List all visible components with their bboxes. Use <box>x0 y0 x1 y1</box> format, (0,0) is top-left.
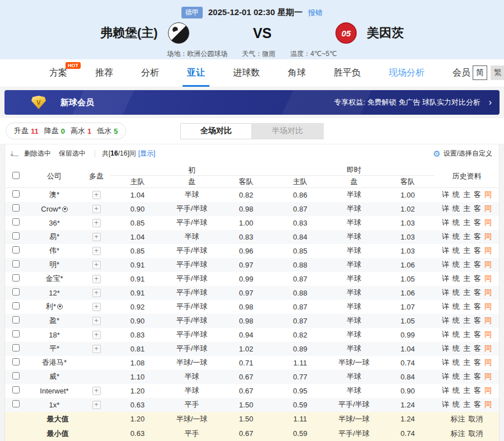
history-link-统[interactable]: 统 <box>452 358 460 367</box>
row-checkbox[interactable] <box>12 218 20 226</box>
history-link-详[interactable]: 详 <box>442 288 449 297</box>
history-link-主[interactable]: 主 <box>463 316 470 325</box>
nav-tab-方案[interactable]: 方案HOT <box>49 59 67 87</box>
history-link-客[interactable]: 客 <box>474 400 481 409</box>
history-link-同[interactable]: 同 <box>484 232 492 241</box>
history-link-同[interactable]: 同 <box>484 218 492 227</box>
history-link-详[interactable]: 详 <box>442 358 449 367</box>
history-link-主[interactable]: 主 <box>463 386 470 395</box>
row-checkbox[interactable] <box>12 330 20 337</box>
expand-plus-button[interactable]: + <box>92 247 101 255</box>
expand-plus-button[interactable]: + <box>92 205 101 213</box>
summary-action-标注[interactable]: 标注 <box>451 429 465 438</box>
history-link-详[interactable]: 详 <box>442 302 449 311</box>
summary-action-标注[interactable]: 标注 <box>451 415 465 423</box>
row-checkbox[interactable] <box>12 302 20 309</box>
history-link-主[interactable]: 主 <box>463 400 470 409</box>
expand-plus-button[interactable]: + <box>92 387 101 395</box>
vip-banner[interactable]: V 新球会员 专享权益: 免费解锁 免广告 球队实力对比分析 › <box>4 90 500 115</box>
history-link-同[interactable]: 同 <box>484 400 492 409</box>
history-link-同[interactable]: 同 <box>484 302 492 311</box>
history-link-同[interactable]: 同 <box>484 288 492 297</box>
history-link-主[interactable]: 主 <box>463 330 470 339</box>
row-checkbox[interactable] <box>12 232 20 240</box>
history-link-客[interactable]: 客 <box>474 218 481 227</box>
history-link-统[interactable]: 统 <box>452 330 460 339</box>
history-link-统[interactable]: 统 <box>452 260 460 269</box>
history-link-客[interactable]: 客 <box>474 344 481 353</box>
nav-tab-会员[interactable]: 会员 <box>452 59 470 87</box>
history-link-统[interactable]: 统 <box>452 288 460 297</box>
history-link-客[interactable]: 客 <box>474 190 481 199</box>
company-name[interactable]: 伟* <box>49 246 59 255</box>
history-link-客[interactable]: 客 <box>474 316 481 325</box>
history-link-客[interactable]: 客 <box>474 274 481 283</box>
history-link-主[interactable]: 主 <box>463 232 470 241</box>
history-link-主[interactable]: 主 <box>463 288 470 297</box>
history-link-同[interactable]: 同 <box>484 190 492 199</box>
history-link-主[interactable]: 主 <box>463 358 470 367</box>
expand-plus-button[interactable]: + <box>92 233 101 241</box>
tab-full-match-compare[interactable]: 全场对比 <box>180 123 252 139</box>
history-link-主[interactable]: 主 <box>463 190 470 199</box>
expand-plus-button[interactable]: + <box>92 401 101 409</box>
nav-tab-现场分析[interactable]: 现场分析 <box>389 59 424 87</box>
expand-plus-button[interactable]: + <box>92 261 101 269</box>
history-link-统[interactable]: 统 <box>452 204 460 213</box>
history-link-主[interactable]: 主 <box>463 260 470 269</box>
row-checkbox[interactable] <box>12 190 20 198</box>
history-link-同[interactable]: 同 <box>484 344 492 353</box>
row-checkbox[interactable] <box>12 386 20 393</box>
history-link-统[interactable]: 统 <box>452 386 460 395</box>
history-link-统[interactable]: 统 <box>452 302 460 311</box>
history-link-主[interactable]: 主 <box>463 344 470 353</box>
company-name[interactable]: Interwet* <box>40 387 68 395</box>
history-link-同[interactable]: 同 <box>484 330 492 339</box>
settings-customize-link[interactable]: 设置/选择自定义 <box>444 149 492 158</box>
company-name[interactable]: Crow* <box>41 205 60 213</box>
select-all-checkbox[interactable] <box>12 172 20 179</box>
expand-plus-button[interactable]: + <box>92 303 101 311</box>
report-error-link[interactable]: 报错 <box>308 8 323 18</box>
history-link-同[interactable]: 同 <box>484 260 492 269</box>
row-checkbox[interactable] <box>12 372 20 379</box>
row-checkbox[interactable] <box>12 260 20 268</box>
nav-tab-进球数[interactable]: 进球数 <box>233 59 260 87</box>
gear-icon[interactable]: ⚙ <box>433 149 440 158</box>
history-link-客[interactable]: 客 <box>474 386 481 395</box>
history-link-主[interactable]: 主 <box>463 372 470 381</box>
history-link-同[interactable]: 同 <box>484 372 492 381</box>
row-checkbox[interactable] <box>12 400 20 407</box>
history-link-详[interactable]: 详 <box>442 190 449 199</box>
nav-tab-亚让[interactable]: 亚让 <box>187 59 205 87</box>
lang-simplified-button[interactable]: 简 <box>473 65 487 80</box>
history-link-客[interactable]: 客 <box>474 246 481 255</box>
history-link-同[interactable]: 同 <box>484 386 492 395</box>
history-link-统[interactable]: 统 <box>452 246 460 255</box>
history-link-详[interactable]: 详 <box>442 316 449 325</box>
row-checkbox[interactable] <box>12 344 20 351</box>
company-name[interactable]: 盈* <box>49 316 59 325</box>
expand-plus-button[interactable]: + <box>92 331 101 339</box>
history-link-详[interactable]: 详 <box>442 372 449 381</box>
history-link-统[interactable]: 统 <box>452 344 460 353</box>
keep-selected-button[interactable]: 保留选中 <box>59 149 86 158</box>
history-link-主[interactable]: 主 <box>463 274 470 283</box>
row-checkbox[interactable] <box>12 288 20 295</box>
company-name[interactable]: 威* <box>49 372 59 381</box>
company-name[interactable]: 1x* <box>49 401 60 409</box>
company-name[interactable]: 36* <box>49 219 60 227</box>
nav-tab-推荐[interactable]: 推荐 <box>95 59 113 87</box>
row-checkbox[interactable] <box>12 316 20 323</box>
company-name[interactable]: 12* <box>49 289 60 297</box>
expand-plus-button[interactable]: + <box>92 275 101 283</box>
history-link-详[interactable]: 详 <box>442 204 449 213</box>
history-link-统[interactable]: 统 <box>452 232 460 241</box>
company-name[interactable]: 明* <box>49 260 59 269</box>
expand-plus-button[interactable]: + <box>92 219 101 227</box>
delete-selected-button[interactable]: 删除选中 <box>24 149 51 158</box>
history-link-统[interactable]: 统 <box>452 218 460 227</box>
history-link-主[interactable]: 主 <box>463 218 470 227</box>
history-link-详[interactable]: 详 <box>442 330 449 339</box>
history-link-统[interactable]: 统 <box>452 400 460 409</box>
